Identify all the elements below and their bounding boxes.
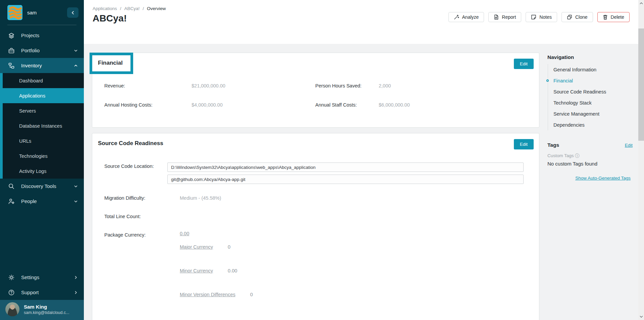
source-code-readiness-heading: Source Code Readiness bbox=[98, 140, 163, 147]
sub-item-label: Dashboard bbox=[19, 78, 43, 83]
person-hours-saved-label: Person Hours Saved: bbox=[315, 83, 362, 88]
action-toolbar: Analyze Report Notes Clone Delete bbox=[448, 12, 630, 22]
chevron-left-icon bbox=[71, 11, 75, 15]
minor-currency-value: 0.00 bbox=[228, 268, 237, 273]
source-code-readiness-section: Source Code Readiness Edit Source Code L… bbox=[92, 133, 539, 320]
migration-difficulty-value: Medium - (45.58%) bbox=[180, 195, 221, 201]
migration-difficulty-label: Migration Difficulty: bbox=[104, 195, 145, 201]
breadcrumb-applications[interactable]: Applications bbox=[93, 6, 117, 11]
breadcrumb: Applications / ABCya! / Overview bbox=[93, 6, 166, 11]
delete-button[interactable]: Delete bbox=[597, 12, 630, 22]
person-gear-icon bbox=[8, 198, 15, 205]
sidebar-item-servers[interactable]: Servers bbox=[0, 103, 84, 118]
no-tags-message: No custom Tags found bbox=[547, 161, 597, 167]
sidebar-item-inventory[interactable]: Inventory bbox=[0, 58, 84, 73]
annual-hosting-costs-value: $4,000,000.00 bbox=[192, 102, 223, 108]
gear-icon bbox=[8, 274, 15, 281]
sidebar-item-label: Discovery Tools bbox=[21, 183, 56, 189]
tidal-logo-icon bbox=[7, 5, 22, 20]
active-anchor-dot-icon bbox=[546, 79, 549, 82]
package-currency-link[interactable]: 0.00 bbox=[180, 231, 189, 236]
show-auto-generated-tags-link[interactable]: Show Auto-Generated Tags bbox=[575, 176, 631, 181]
tags-edit-link[interactable]: Edit bbox=[625, 143, 633, 148]
trash-icon bbox=[603, 14, 608, 20]
anchor-label: Financial bbox=[553, 78, 573, 83]
chevron-up-icon bbox=[74, 64, 78, 68]
help-circle-icon bbox=[8, 289, 15, 296]
package-currency-label: Package Currency: bbox=[104, 232, 146, 238]
nav-anchor-service-management[interactable]: Service Management bbox=[553, 108, 606, 119]
breadcrumb-abcya[interactable]: ABCya! bbox=[124, 6, 140, 11]
user-email: sam.king@tidalcloud.c... bbox=[24, 310, 69, 315]
app-window: sam Projects Portfolio Invent bbox=[0, 0, 644, 320]
source-location-input[interactable]: D:\Windows\System32\Abcya\applications\w… bbox=[167, 163, 524, 172]
vertical-scrollbar[interactable] bbox=[638, 0, 644, 320]
sub-item-label: Servers bbox=[19, 108, 36, 114]
main-area: Applications / ABCya! / Overview ABCya! … bbox=[84, 0, 638, 320]
minor-version-differences-link[interactable]: Minor Version Differences bbox=[180, 292, 235, 297]
custom-tags-text: Custom Tags bbox=[547, 153, 574, 158]
revenue-value: $21,000,000.00 bbox=[192, 83, 225, 88]
nav-anchor-technology-stack[interactable]: Technology Stack bbox=[553, 97, 606, 108]
inventory-submenu: Dashboard Applications Servers Database … bbox=[0, 73, 84, 179]
annual-staff-costs-value: $6,000,000.00 bbox=[379, 102, 410, 108]
sub-item-label: Applications bbox=[19, 93, 45, 99]
info-icon[interactable]: ⓘ bbox=[575, 153, 580, 158]
collapse-sidebar-button[interactable] bbox=[67, 7, 78, 18]
sidebar-item-label: Inventory bbox=[21, 63, 42, 68]
financial-heading: Financial bbox=[98, 60, 123, 66]
major-currency-link[interactable]: Major Currency bbox=[180, 244, 213, 250]
clone-label: Clone bbox=[575, 14, 588, 20]
nav-anchor-source-code-readiness[interactable]: Source Code Readiness bbox=[553, 86, 606, 97]
chevron-right-icon bbox=[74, 275, 78, 279]
content-area: Financial Edit Revenue: $21,000,000.00 P… bbox=[84, 44, 638, 320]
annual-staff-costs-label: Annual Staff Costs: bbox=[315, 102, 357, 108]
delete-label: Delete bbox=[611, 14, 624, 20]
scrollbar-thumb[interactable] bbox=[638, 28, 644, 141]
minor-version-differences-row: Minor Version Differences0 bbox=[180, 292, 253, 297]
financial-edit-button[interactable]: Edit bbox=[514, 59, 534, 69]
chevron-down-icon bbox=[74, 49, 78, 53]
source-repo-input[interactable]: git@github.com:Abcya/Abcya-app.git bbox=[167, 175, 524, 184]
person-hours-saved-value: 2,000 bbox=[379, 83, 391, 88]
chevron-down-icon bbox=[74, 184, 78, 188]
sidebar-item-discovery-tools[interactable]: Discovery Tools bbox=[0, 179, 84, 194]
avatar bbox=[5, 302, 19, 316]
sidebar-item-portfolio[interactable]: Portfolio bbox=[0, 43, 84, 58]
major-currency-value: 0 bbox=[228, 244, 230, 250]
sidebar-item-urls[interactable]: URLs bbox=[0, 133, 84, 148]
clone-button[interactable]: Clone bbox=[561, 12, 593, 22]
user-profile[interactable]: Sam King sam.king@tidalcloud.c... bbox=[0, 300, 84, 320]
analyze-label: Analyze bbox=[462, 14, 479, 20]
sidebar-item-projects[interactable]: Projects bbox=[0, 28, 84, 43]
sub-item-label: Technologies bbox=[19, 153, 48, 159]
scroll-down-arrow-icon[interactable] bbox=[638, 314, 644, 319]
report-label: Report bbox=[502, 14, 516, 20]
search-icon bbox=[8, 183, 15, 190]
sidebar-item-dashboard[interactable]: Dashboard bbox=[0, 73, 84, 88]
source-code-readiness-edit-button[interactable]: Edit bbox=[514, 139, 534, 149]
notes-button[interactable]: Notes bbox=[526, 12, 557, 22]
scroll-up-arrow-icon[interactable] bbox=[638, 1, 644, 6]
analyze-button[interactable]: Analyze bbox=[448, 12, 484, 22]
nav-anchor-dependencies[interactable]: Dependencies bbox=[553, 119, 606, 130]
report-button[interactable]: Report bbox=[488, 12, 521, 22]
show-auto-tags-row: Show Auto-Generated Tags bbox=[547, 175, 631, 181]
sidebar-item-applications[interactable]: Applications bbox=[0, 88, 84, 103]
major-currency-row: Major Currency0 bbox=[180, 244, 230, 250]
sidebar-item-settings[interactable]: Settings bbox=[0, 270, 84, 285]
annual-hosting-costs-label: Annual Hosting Costs: bbox=[104, 102, 152, 108]
nav-anchor-general-information[interactable]: General Information bbox=[553, 64, 606, 75]
custom-tags-label: Custom Tags ⓘ bbox=[547, 153, 580, 159]
minor-currency-link[interactable]: Minor Currency bbox=[180, 268, 213, 273]
sidebar-item-database-instances[interactable]: Database Instances bbox=[0, 118, 84, 133]
nav-anchor-financial[interactable]: Financial bbox=[553, 75, 606, 86]
revenue-label: Revenue: bbox=[104, 83, 125, 88]
sidebar-item-technologies[interactable]: Technologies bbox=[0, 148, 84, 164]
sidebar-item-label: Support bbox=[21, 290, 39, 295]
chevron-down-icon bbox=[74, 199, 78, 203]
sidebar-item-people[interactable]: People bbox=[0, 194, 84, 209]
sidebar-item-label: Projects bbox=[21, 33, 39, 38]
sidebar-item-activity-logs[interactable]: Activity Logs bbox=[0, 164, 84, 179]
sidebar-item-support[interactable]: Support bbox=[0, 285, 84, 300]
